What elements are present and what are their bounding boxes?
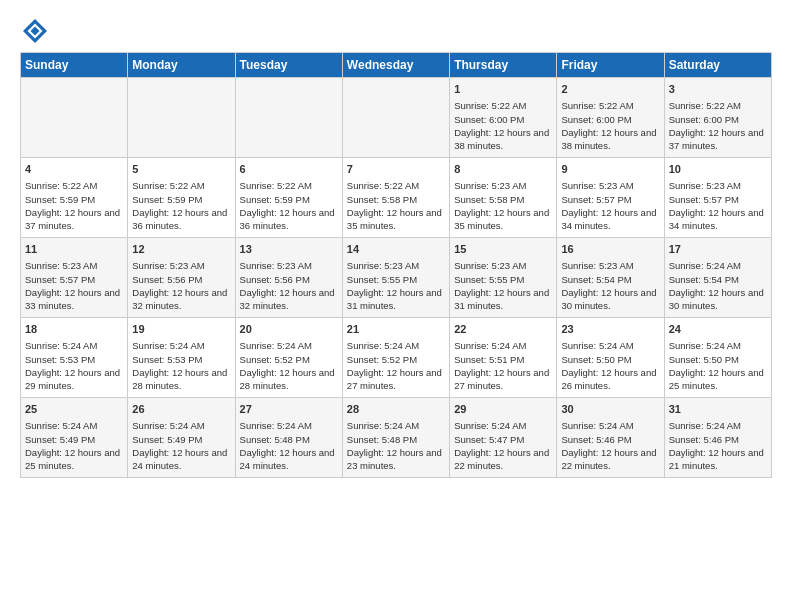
calendar-cell: 7Sunrise: 5:22 AMSunset: 5:58 PMDaylight… xyxy=(342,158,449,238)
day-number: 23 xyxy=(561,322,659,337)
cell-content: Sunrise: 5:23 AMSunset: 5:54 PMDaylight:… xyxy=(561,259,659,312)
cell-content: Sunrise: 5:22 AMSunset: 5:58 PMDaylight:… xyxy=(347,179,445,232)
day-number: 15 xyxy=(454,242,552,257)
cell-content: Sunrise: 5:23 AMSunset: 5:57 PMDaylight:… xyxy=(25,259,123,312)
day-number: 25 xyxy=(25,402,123,417)
calendar-cell: 3Sunrise: 5:22 AMSunset: 6:00 PMDaylight… xyxy=(664,78,771,158)
day-number: 7 xyxy=(347,162,445,177)
calendar-week-row: 1Sunrise: 5:22 AMSunset: 6:00 PMDaylight… xyxy=(21,78,772,158)
weekday-header: Wednesday xyxy=(342,53,449,78)
calendar-cell: 23Sunrise: 5:24 AMSunset: 5:50 PMDayligh… xyxy=(557,318,664,398)
logo xyxy=(20,16,54,46)
calendar-cell xyxy=(128,78,235,158)
calendar-cell: 11Sunrise: 5:23 AMSunset: 5:57 PMDayligh… xyxy=(21,238,128,318)
cell-content: Sunrise: 5:22 AMSunset: 5:59 PMDaylight:… xyxy=(240,179,338,232)
weekday-header: Saturday xyxy=(664,53,771,78)
day-number: 22 xyxy=(454,322,552,337)
day-number: 24 xyxy=(669,322,767,337)
cell-content: Sunrise: 5:24 AMSunset: 5:49 PMDaylight:… xyxy=(25,419,123,472)
cell-content: Sunrise: 5:22 AMSunset: 5:59 PMDaylight:… xyxy=(132,179,230,232)
calendar-cell: 19Sunrise: 5:24 AMSunset: 5:53 PMDayligh… xyxy=(128,318,235,398)
day-number: 12 xyxy=(132,242,230,257)
day-number: 6 xyxy=(240,162,338,177)
calendar-cell: 21Sunrise: 5:24 AMSunset: 5:52 PMDayligh… xyxy=(342,318,449,398)
calendar-cell: 20Sunrise: 5:24 AMSunset: 5:52 PMDayligh… xyxy=(235,318,342,398)
calendar-cell: 28Sunrise: 5:24 AMSunset: 5:48 PMDayligh… xyxy=(342,398,449,478)
cell-content: Sunrise: 5:24 AMSunset: 5:50 PMDaylight:… xyxy=(669,339,767,392)
cell-content: Sunrise: 5:24 AMSunset: 5:46 PMDaylight:… xyxy=(669,419,767,472)
cell-content: Sunrise: 5:22 AMSunset: 5:59 PMDaylight:… xyxy=(25,179,123,232)
cell-content: Sunrise: 5:23 AMSunset: 5:55 PMDaylight:… xyxy=(347,259,445,312)
cell-content: Sunrise: 5:23 AMSunset: 5:58 PMDaylight:… xyxy=(454,179,552,232)
calendar-cell: 18Sunrise: 5:24 AMSunset: 5:53 PMDayligh… xyxy=(21,318,128,398)
calendar-cell: 17Sunrise: 5:24 AMSunset: 5:54 PMDayligh… xyxy=(664,238,771,318)
day-number: 3 xyxy=(669,82,767,97)
day-number: 10 xyxy=(669,162,767,177)
weekday-header: Thursday xyxy=(450,53,557,78)
day-number: 4 xyxy=(25,162,123,177)
cell-content: Sunrise: 5:24 AMSunset: 5:52 PMDaylight:… xyxy=(347,339,445,392)
calendar-cell: 5Sunrise: 5:22 AMSunset: 5:59 PMDaylight… xyxy=(128,158,235,238)
calendar-cell: 14Sunrise: 5:23 AMSunset: 5:55 PMDayligh… xyxy=(342,238,449,318)
cell-content: Sunrise: 5:24 AMSunset: 5:54 PMDaylight:… xyxy=(669,259,767,312)
calendar-cell: 1Sunrise: 5:22 AMSunset: 6:00 PMDaylight… xyxy=(450,78,557,158)
day-number: 19 xyxy=(132,322,230,337)
cell-content: Sunrise: 5:23 AMSunset: 5:56 PMDaylight:… xyxy=(132,259,230,312)
cell-content: Sunrise: 5:23 AMSunset: 5:57 PMDaylight:… xyxy=(561,179,659,232)
day-number: 5 xyxy=(132,162,230,177)
calendar-table: SundayMondayTuesdayWednesdayThursdayFrid… xyxy=(20,52,772,478)
calendar-cell: 24Sunrise: 5:24 AMSunset: 5:50 PMDayligh… xyxy=(664,318,771,398)
calendar-week-row: 25Sunrise: 5:24 AMSunset: 5:49 PMDayligh… xyxy=(21,398,772,478)
cell-content: Sunrise: 5:22 AMSunset: 6:00 PMDaylight:… xyxy=(454,99,552,152)
calendar-cell: 27Sunrise: 5:24 AMSunset: 5:48 PMDayligh… xyxy=(235,398,342,478)
cell-content: Sunrise: 5:24 AMSunset: 5:48 PMDaylight:… xyxy=(347,419,445,472)
calendar-cell: 26Sunrise: 5:24 AMSunset: 5:49 PMDayligh… xyxy=(128,398,235,478)
weekday-header-row: SundayMondayTuesdayWednesdayThursdayFrid… xyxy=(21,53,772,78)
day-number: 18 xyxy=(25,322,123,337)
calendar-cell: 8Sunrise: 5:23 AMSunset: 5:58 PMDaylight… xyxy=(450,158,557,238)
calendar-cell xyxy=(21,78,128,158)
calendar-cell: 29Sunrise: 5:24 AMSunset: 5:47 PMDayligh… xyxy=(450,398,557,478)
cell-content: Sunrise: 5:24 AMSunset: 5:52 PMDaylight:… xyxy=(240,339,338,392)
day-number: 21 xyxy=(347,322,445,337)
day-number: 20 xyxy=(240,322,338,337)
calendar-cell: 12Sunrise: 5:23 AMSunset: 5:56 PMDayligh… xyxy=(128,238,235,318)
cell-content: Sunrise: 5:24 AMSunset: 5:46 PMDaylight:… xyxy=(561,419,659,472)
calendar-cell: 13Sunrise: 5:23 AMSunset: 5:56 PMDayligh… xyxy=(235,238,342,318)
weekday-header: Tuesday xyxy=(235,53,342,78)
day-number: 28 xyxy=(347,402,445,417)
weekday-header: Monday xyxy=(128,53,235,78)
cell-content: Sunrise: 5:23 AMSunset: 5:57 PMDaylight:… xyxy=(669,179,767,232)
cell-content: Sunrise: 5:23 AMSunset: 5:56 PMDaylight:… xyxy=(240,259,338,312)
day-number: 13 xyxy=(240,242,338,257)
calendar-week-row: 18Sunrise: 5:24 AMSunset: 5:53 PMDayligh… xyxy=(21,318,772,398)
calendar-cell: 15Sunrise: 5:23 AMSunset: 5:55 PMDayligh… xyxy=(450,238,557,318)
cell-content: Sunrise: 5:24 AMSunset: 5:53 PMDaylight:… xyxy=(25,339,123,392)
calendar-cell: 31Sunrise: 5:24 AMSunset: 5:46 PMDayligh… xyxy=(664,398,771,478)
day-number: 29 xyxy=(454,402,552,417)
calendar-cell: 25Sunrise: 5:24 AMSunset: 5:49 PMDayligh… xyxy=(21,398,128,478)
calendar-cell: 30Sunrise: 5:24 AMSunset: 5:46 PMDayligh… xyxy=(557,398,664,478)
cell-content: Sunrise: 5:24 AMSunset: 5:53 PMDaylight:… xyxy=(132,339,230,392)
calendar-week-row: 4Sunrise: 5:22 AMSunset: 5:59 PMDaylight… xyxy=(21,158,772,238)
day-number: 30 xyxy=(561,402,659,417)
cell-content: Sunrise: 5:24 AMSunset: 5:51 PMDaylight:… xyxy=(454,339,552,392)
day-number: 16 xyxy=(561,242,659,257)
calendar-cell: 16Sunrise: 5:23 AMSunset: 5:54 PMDayligh… xyxy=(557,238,664,318)
day-number: 27 xyxy=(240,402,338,417)
calendar-cell: 22Sunrise: 5:24 AMSunset: 5:51 PMDayligh… xyxy=(450,318,557,398)
day-number: 17 xyxy=(669,242,767,257)
day-number: 31 xyxy=(669,402,767,417)
calendar-cell: 6Sunrise: 5:22 AMSunset: 5:59 PMDaylight… xyxy=(235,158,342,238)
weekday-header: Friday xyxy=(557,53,664,78)
day-number: 26 xyxy=(132,402,230,417)
calendar-cell: 4Sunrise: 5:22 AMSunset: 5:59 PMDaylight… xyxy=(21,158,128,238)
day-number: 1 xyxy=(454,82,552,97)
cell-content: Sunrise: 5:22 AMSunset: 6:00 PMDaylight:… xyxy=(561,99,659,152)
day-number: 2 xyxy=(561,82,659,97)
weekday-header: Sunday xyxy=(21,53,128,78)
calendar-cell: 9Sunrise: 5:23 AMSunset: 5:57 PMDaylight… xyxy=(557,158,664,238)
cell-content: Sunrise: 5:22 AMSunset: 6:00 PMDaylight:… xyxy=(669,99,767,152)
day-number: 9 xyxy=(561,162,659,177)
cell-content: Sunrise: 5:23 AMSunset: 5:55 PMDaylight:… xyxy=(454,259,552,312)
